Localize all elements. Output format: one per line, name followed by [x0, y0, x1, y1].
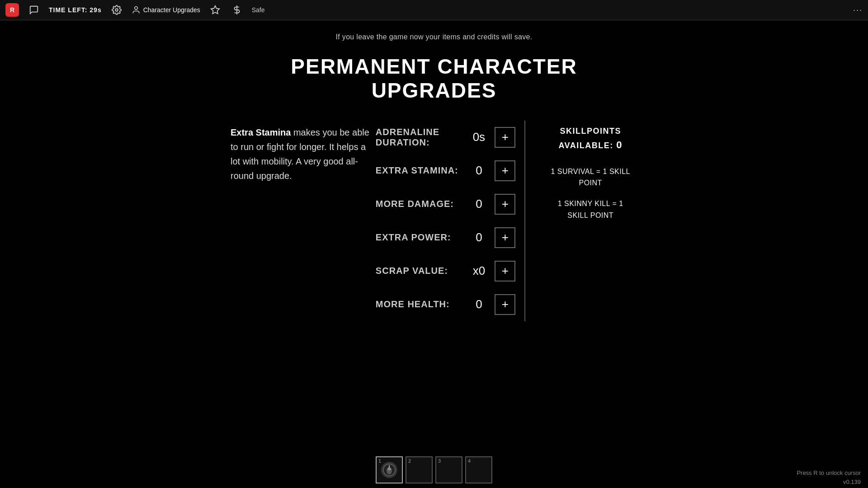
settings-icon[interactable]	[110, 3, 123, 17]
bottom-right-hint: Press R to unlock cursor v0.139	[797, 469, 861, 486]
svg-point-1	[134, 7, 137, 10]
topbar: R TIME LEFT: 29s Character Upgrades Safe…	[0, 0, 868, 20]
upgrade-label: ADRENALINE DURATION:	[376, 127, 463, 148]
upgrade-row: MORE HEALTH:0+	[376, 288, 516, 321]
description-panel: Extra Stamina makes you be able to run o…	[231, 121, 376, 183]
version-label: v0.139	[843, 479, 861, 485]
skillpoints-value: 0	[616, 139, 623, 150]
upgrade-value: 0	[467, 197, 490, 211]
upgrade-row: SCRAP VALUE:x0+	[376, 254, 516, 288]
upgrade-value: 0s	[467, 130, 490, 144]
upgrade-add-button[interactable]: +	[495, 261, 515, 282]
more-options-icon[interactable]: ···	[853, 5, 863, 15]
upgrade-value: 0	[467, 230, 490, 244]
upgrade-label: MORE HEALTH:	[376, 299, 463, 310]
dollar-icon[interactable]	[230, 3, 244, 17]
slot-number: 3	[438, 458, 441, 464]
chat-icon[interactable]	[27, 3, 41, 17]
upgrade-add-button[interactable]: +	[495, 194, 515, 215]
timer-label: TIME LEFT: 29s	[49, 6, 102, 14]
upgrade-add-button[interactable]: +	[495, 127, 515, 148]
star-icon[interactable]	[208, 3, 222, 17]
bottom-bar: 1 234	[0, 452, 868, 488]
profile-label: Character Upgrades	[143, 6, 200, 14]
skillpoints-label: SKILLPOINTSAVAILABLE: 0	[543, 125, 637, 152]
profile-section[interactable]: Character Upgrades	[132, 5, 200, 14]
save-message: If you leave the game now your items and…	[0, 33, 868, 41]
roblox-logo[interactable]: R	[5, 3, 19, 17]
upgrade-add-button[interactable]: +	[495, 227, 515, 248]
upgrade-row: EXTRA POWER:0+	[376, 221, 516, 254]
inventory-slot[interactable]: 3	[435, 456, 462, 483]
upgrade-label: EXTRA POWER:	[376, 232, 463, 243]
page-title: PERMANENT CHARACTERUPGRADES	[291, 55, 577, 103]
inventory-slot[interactable]: 1	[376, 456, 403, 483]
upgrade-label: EXTRA STAMINA:	[376, 165, 463, 176]
upgrade-add-button[interactable]: +	[495, 160, 515, 181]
upgrade-row: EXTRA STAMINA:0+	[376, 154, 516, 188]
inventory-slot[interactable]: 2	[406, 456, 433, 483]
upgrades-panel: ADRENALINE DURATION:0s+EXTRA STAMINA:0+M…	[376, 121, 526, 321]
description-bold: Extra Stamina	[231, 127, 291, 137]
upgrade-value: 0	[467, 297, 490, 311]
safe-label: Safe	[252, 6, 265, 14]
svg-point-0	[115, 9, 118, 11]
slot-number: 1	[378, 458, 381, 464]
unlock-cursor-hint: Press R to unlock cursor	[797, 469, 861, 476]
upgrade-row: MORE DAMAGE:0+	[376, 188, 516, 221]
upgrade-value: x0	[467, 264, 490, 278]
upgrade-label: MORE DAMAGE:	[376, 199, 463, 209]
skillpoints-panel: SKILLPOINTSAVAILABLE: 0 1 SURVIVAL = 1 S…	[525, 121, 637, 230]
upgrade-add-button[interactable]: +	[495, 294, 515, 315]
slot-number: 4	[468, 458, 471, 464]
sp-rule-2: 1 SKINNY KILL = 1SKILL POINT	[543, 198, 637, 221]
svg-marker-2	[211, 6, 219, 14]
flashlight-icon	[381, 462, 397, 478]
inventory-slot[interactable]: 4	[465, 456, 492, 483]
main-content: PERMANENT CHARACTERUPGRADES Extra Stamin…	[0, 55, 868, 321]
middle-row: Extra Stamina makes you be able to run o…	[231, 121, 637, 321]
upgrade-value: 0	[467, 164, 490, 178]
slot-number: 2	[408, 458, 411, 464]
upgrade-row: ADRENALINE DURATION:0s+	[376, 121, 516, 154]
sp-rule-1: 1 SURVIVAL = 1 SKILLPOINT	[543, 166, 637, 189]
upgrade-label: SCRAP VALUE:	[376, 266, 463, 276]
